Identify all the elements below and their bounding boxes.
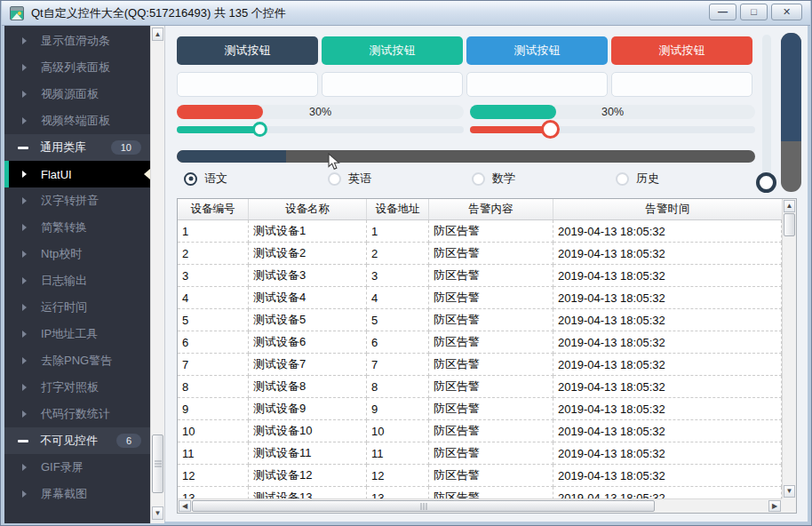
table-row[interactable]: 5测试设备55防区告警2019-04-13 18:05:32 (178, 309, 782, 331)
table-cell[interactable]: 2019-04-13 18:05:32 (553, 331, 782, 354)
table-row[interactable]: 12测试设备1212防区告警2019-04-13 18:05:32 (178, 465, 782, 487)
sidebar-item[interactable]: 高级列表面板 (4, 54, 150, 81)
vertical-slider-track[interactable] (762, 35, 771, 191)
sidebar-item[interactable]: 去除PNG警告 (4, 347, 150, 374)
table-cell[interactable]: 8 (178, 376, 249, 398)
sidebar-item[interactable]: 日志输出 (4, 267, 150, 294)
table-row[interactable]: 4测试设备44防区告警2019-04-13 18:05:32 (178, 287, 782, 309)
column-header[interactable]: 设备名称 (249, 199, 367, 219)
text-input-2[interactable] (322, 72, 463, 97)
title-bar[interactable]: Qt自定义控件大全(QQ:517216493) 共 135 个控件 — □ ✕ (2, 1, 810, 26)
table-cell[interactable]: 防区告警 (429, 354, 553, 376)
sidebar-group-header[interactable]: 通用类库10 (4, 134, 150, 161)
table-cell[interactable]: 测试设备12 (249, 465, 367, 487)
table-horizontal-scrollbar[interactable]: ◀ ▶ (178, 498, 782, 513)
scroll-up-icon[interactable]: ▲ (784, 200, 795, 212)
radio-unchecked-icon[interactable] (472, 172, 485, 186)
table-cell[interactable]: 防区告警 (429, 487, 553, 498)
table-cell[interactable]: 2019-04-13 18:05:32 (553, 398, 782, 420)
table-row[interactable]: 2测试设备22防区告警2019-04-13 18:05:32 (178, 243, 782, 265)
radio-unchecked-icon[interactable] (616, 172, 629, 186)
column-header[interactable]: 告警内容 (429, 199, 553, 219)
table-cell[interactable]: 测试设备11 (249, 442, 367, 465)
test-button-blue[interactable]: 测试按钮 (466, 36, 608, 65)
radio-option[interactable]: 语文 (184, 170, 227, 187)
scroll-right-icon[interactable]: ▶ (768, 500, 781, 512)
sidebar-item[interactable]: 显示值滑动条 (4, 28, 150, 54)
sidebar-item[interactable]: IP地址工具 (4, 321, 150, 347)
table-cell[interactable]: 防区告警 (429, 465, 553, 487)
table-row[interactable]: 9测试设备99防区告警2019-04-13 18:05:32 (178, 398, 782, 420)
table-row[interactable]: 6测试设备66防区告警2019-04-13 18:05:32 (178, 331, 782, 354)
table-cell[interactable]: 测试设备2 (249, 243, 367, 265)
table-cell[interactable]: 防区告警 (429, 220, 553, 243)
table-cell[interactable]: 测试设备5 (249, 309, 367, 331)
table-cell[interactable]: 4 (367, 287, 429, 309)
slider-handle[interactable] (252, 122, 267, 137)
table-cell[interactable]: 测试设备9 (249, 398, 367, 420)
sidebar-scrollbar[interactable]: ▲ ▼ (150, 26, 164, 523)
table-cell[interactable]: 2 (178, 243, 249, 265)
sidebar-group-header[interactable]: 不可见控件6 (4, 427, 150, 454)
table-cell[interactable]: 6 (367, 331, 429, 354)
table-row[interactable]: 1测试设备11防区告警2019-04-13 18:05:32 (178, 220, 782, 243)
test-button-dark[interactable]: 测试按钮 (177, 36, 318, 65)
table-cell[interactable]: 防区告警 (429, 243, 553, 265)
column-header[interactable]: 告警时间 (553, 199, 782, 219)
scroll-down-icon[interactable]: ▼ (784, 485, 795, 498)
close-button[interactable]: ✕ (771, 4, 802, 20)
table-cell[interactable]: 2019-04-13 18:05:32 (553, 265, 782, 287)
table-cell[interactable]: 防区告警 (429, 398, 553, 420)
table-cell[interactable]: 防区告警 (429, 309, 553, 331)
scroll-up-icon[interactable]: ▲ (152, 28, 163, 41)
table-vertical-scrollbar[interactable]: ▲ ▼ (782, 199, 796, 498)
table-cell[interactable]: 测试设备10 (249, 420, 367, 442)
column-header[interactable]: 设备编号 (178, 199, 249, 219)
table-cell[interactable]: 12 (178, 465, 249, 487)
table-cell[interactable]: 6 (178, 331, 249, 354)
table-hscroll-thumb[interactable] (192, 500, 655, 512)
table-cell[interactable]: 11 (367, 442, 429, 465)
vertical-slider-handle[interactable] (756, 172, 776, 193)
table-cell[interactable]: 10 (178, 420, 249, 442)
table-cell[interactable]: 2019-04-13 18:05:32 (553, 376, 782, 398)
table-cell[interactable]: 测试设备13 (249, 487, 367, 498)
table-cell[interactable]: 1 (367, 220, 429, 243)
table-cell[interactable]: 10 (367, 420, 429, 442)
column-header[interactable]: 设备地址 (367, 199, 429, 219)
table-cell[interactable]: 5 (367, 309, 429, 331)
table-cell[interactable]: 测试设备8 (249, 376, 367, 398)
table-cell[interactable]: 防区告警 (429, 376, 553, 398)
slider-red[interactable] (470, 126, 755, 133)
table-row[interactable]: 8测试设备88防区告警2019-04-13 18:05:32 (178, 376, 782, 398)
radio-checked-icon[interactable] (184, 172, 197, 186)
table-row[interactable]: 7测试设备77防区告警2019-04-13 18:05:32 (178, 354, 782, 376)
table-row[interactable]: 10测试设备1010防区告警2019-04-13 18:05:32 (178, 420, 782, 442)
scroll-down-icon[interactable]: ▼ (152, 506, 163, 520)
sidebar-item[interactable]: GIF录屏 (4, 454, 150, 481)
table-cell[interactable]: 2019-04-13 18:05:32 (553, 465, 782, 487)
table-row[interactable]: 13测试设备1313防区告警2019-04-13 18:05:32 (178, 487, 782, 498)
table-cell[interactable]: 9 (367, 398, 429, 420)
table-cell[interactable]: 4 (178, 287, 249, 309)
table-cell[interactable]: 2019-04-13 18:05:32 (553, 287, 782, 309)
sidebar-item[interactable]: 代码行数统计 (4, 401, 150, 427)
table-cell[interactable]: 2019-04-13 18:05:32 (553, 420, 782, 442)
table-cell[interactable]: 2019-04-13 18:05:32 (553, 220, 782, 243)
table-cell[interactable]: 防区告警 (429, 442, 553, 465)
slider-handle[interactable] (541, 120, 560, 139)
maximize-button[interactable]: □ (740, 4, 768, 20)
text-input-3[interactable] (466, 72, 608, 97)
table-cell[interactable]: 5 (178, 309, 249, 331)
table-cell[interactable]: 测试设备4 (249, 287, 367, 309)
table-cell[interactable]: 7 (178, 354, 249, 376)
table-cell[interactable]: 测试设备7 (249, 354, 367, 376)
sidebar-item[interactable]: 视频源面板 (4, 81, 150, 108)
radio-unchecked-icon[interactable] (328, 172, 341, 186)
table-cell[interactable]: 11 (178, 442, 249, 465)
table-cell[interactable]: 13 (367, 487, 429, 498)
table-cell[interactable]: 1 (178, 220, 249, 243)
table-cell[interactable]: 9 (178, 398, 249, 420)
test-button-red[interactable]: 测试按钮 (611, 36, 752, 65)
sidebar-item[interactable]: FlatUI (4, 161, 150, 187)
